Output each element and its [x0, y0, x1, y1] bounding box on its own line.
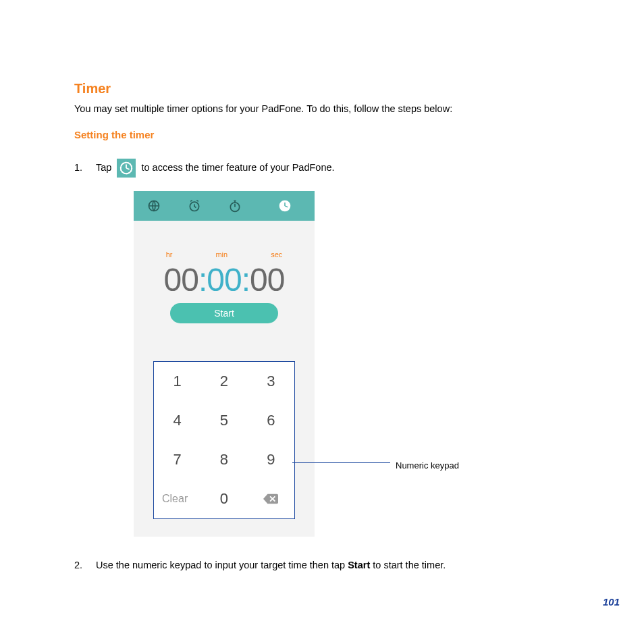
key-2[interactable]: 2: [200, 362, 247, 401]
tab-stopwatch[interactable]: [215, 191, 255, 221]
step1-text-before: Tap: [96, 162, 114, 173]
key-clear[interactable]: Clear: [154, 479, 200, 518]
alarm-icon: [188, 199, 201, 213]
backspace-icon: [263, 493, 278, 504]
timer-display: hr min sec 00:00:00 Start: [134, 221, 315, 330]
key-8[interactable]: 8: [200, 440, 247, 479]
intro-text: You may set multiple timer options for y…: [74, 103, 603, 114]
tab-alarm[interactable]: [174, 191, 215, 221]
time-value[interactable]: 00:00:00: [140, 264, 308, 296]
step1-text-after: to access the timer feature of your PadF…: [141, 162, 334, 173]
tab-world-clock[interactable]: [134, 191, 174, 221]
stopwatch-icon: [228, 199, 242, 213]
key-1[interactable]: 1: [154, 362, 200, 401]
timer-tab-icon: [278, 199, 292, 213]
key-0[interactable]: 0: [200, 479, 247, 518]
step-1: Tap to access the timer feature of your …: [74, 158, 603, 537]
time-seconds: 00: [250, 262, 284, 298]
key-6[interactable]: 6: [248, 401, 294, 440]
callout-line: [292, 462, 390, 463]
step2-text-after: to start the timer.: [370, 560, 446, 570]
tab-timer[interactable]: [255, 191, 315, 221]
globe-icon: [147, 199, 161, 213]
numeric-keypad: 1 2 3 4 5 6 7 8 9 Clear 0: [153, 361, 295, 519]
tab-bar: [134, 191, 315, 221]
step2-text-before: Use the numeric keypad to input your tar…: [96, 560, 348, 570]
step2-bold: Start: [348, 560, 370, 570]
time-minutes: 00: [207, 262, 241, 298]
key-3[interactable]: 3: [248, 362, 294, 401]
key-backspace[interactable]: [248, 479, 294, 518]
time-hours: 00: [164, 262, 198, 298]
section-title: Timer: [74, 81, 603, 97]
key-5[interactable]: 5: [200, 401, 247, 440]
timer-icon: [117, 159, 136, 178]
callout-label: Numeric keypad: [396, 456, 459, 475]
step-2: Use the numeric keypad to input your tar…: [74, 556, 603, 574]
phone-screenshot: hr min sec 00:00:00 Start 1 2: [134, 191, 315, 537]
figure: hr min sec 00:00:00 Start 1 2: [134, 191, 606, 537]
label-sec: sec: [271, 245, 282, 264]
page-number: 101: [603, 596, 620, 608]
key-4[interactable]: 4: [154, 401, 200, 440]
label-hr: hr: [166, 245, 173, 264]
subsection-title: Setting the timer: [74, 129, 603, 140]
key-7[interactable]: 7: [154, 440, 200, 479]
key-9[interactable]: 9: [248, 440, 294, 479]
start-button[interactable]: Start: [170, 303, 278, 323]
label-min: min: [215, 245, 227, 264]
